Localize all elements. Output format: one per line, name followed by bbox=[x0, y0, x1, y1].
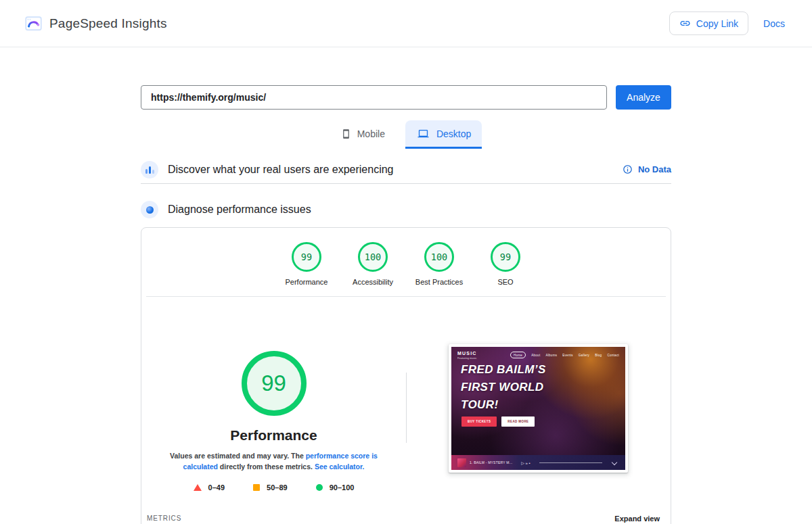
site-nav-events: Events bbox=[562, 354, 573, 357]
screenshot-column: MUSIC Featuring music Home About Albums … bbox=[406, 297, 671, 502]
lab-section: Diagnose performance issues bbox=[141, 195, 671, 224]
performance-gauge-value: 99 bbox=[261, 371, 286, 396]
score-label: Best Practices bbox=[415, 278, 463, 286]
score-legend: 0–49 50–89 90–100 bbox=[194, 483, 355, 492]
note-text-2: directly from these metrics. bbox=[218, 462, 315, 471]
score-seo[interactable]: 99 SEO bbox=[472, 242, 539, 286]
pagespeed-insights-app: PageSpeed Insights Copy Link Docs Analyz… bbox=[0, 0, 812, 524]
analyze-button[interactable]: Analyze bbox=[616, 85, 671, 110]
site-hero-heading: FRED BAILM’S FIRST WORLD TOUR! bbox=[461, 361, 546, 414]
site-screenshot-image: MUSIC Featuring music Home About Albums … bbox=[451, 347, 625, 470]
diagnose-icon bbox=[141, 201, 158, 218]
read-more-button: READ MORE bbox=[501, 416, 535, 427]
site-nav-gallery: Gallery bbox=[579, 354, 589, 357]
legend-average: 50–89 bbox=[253, 483, 288, 492]
score-accessibility[interactable]: 100 Accessibility bbox=[340, 242, 406, 286]
tab-desktop-label: Desktop bbox=[436, 128, 471, 139]
album-art bbox=[457, 458, 466, 467]
tab-desktop[interactable]: Desktop bbox=[405, 120, 482, 149]
chevron-down-icon bbox=[612, 460, 617, 465]
score-label: Accessibility bbox=[353, 278, 393, 286]
score-ring: 100 bbox=[424, 242, 454, 272]
site-nav-home: Home bbox=[510, 352, 526, 358]
site-nav: MUSIC Featuring music Home About Albums … bbox=[451, 347, 625, 360]
pass-circle-icon bbox=[316, 484, 323, 491]
player-controls: ▷ » • bbox=[521, 460, 530, 465]
score-value: 99 bbox=[500, 252, 511, 262]
main-content: Analyze Mobile Desktop Discover what you… bbox=[141, 85, 671, 524]
link-icon bbox=[679, 18, 691, 29]
score-label: Performance bbox=[286, 278, 328, 286]
legend-fail-range: 0–49 bbox=[208, 483, 225, 492]
legend-pass: 90–100 bbox=[316, 483, 355, 492]
home-brand[interactable]: PageSpeed Insights bbox=[24, 15, 167, 32]
column-divider bbox=[406, 373, 407, 443]
score-value: 99 bbox=[301, 252, 312, 262]
smartphone-icon bbox=[341, 128, 351, 140]
header-actions: Copy Link Docs bbox=[669, 11, 785, 35]
expand-view-button[interactable]: Expand view bbox=[549, 510, 667, 524]
score-value: 100 bbox=[431, 252, 447, 262]
site-nav-blog: Blog bbox=[595, 354, 602, 357]
performance-note: Values are estimated and may vary. The p… bbox=[156, 450, 392, 472]
tab-mobile[interactable]: Mobile bbox=[330, 120, 396, 149]
player-track-title: 1. BAILM - MYSTERY M... bbox=[470, 460, 512, 465]
site-nav-about: About bbox=[531, 354, 540, 357]
score-label: SEO bbox=[497, 278, 513, 286]
real-users-icon bbox=[141, 161, 158, 178]
url-input[interactable] bbox=[141, 85, 607, 110]
score-ring: 99 bbox=[292, 242, 321, 272]
score-ring: 99 bbox=[491, 242, 520, 272]
site-menu: Home About Albums Events Gallery Blog Co… bbox=[510, 350, 619, 358]
device-tabs: Mobile Desktop bbox=[141, 120, 671, 149]
site-brand: MUSIC bbox=[457, 350, 477, 356]
average-square-icon bbox=[253, 484, 260, 491]
buy-tickets-button: BUY TICKETS bbox=[461, 416, 497, 427]
analyze-form: Analyze bbox=[141, 85, 671, 110]
app-header: PageSpeed Insights Copy Link Docs bbox=[0, 0, 812, 47]
legend-pass-range: 90–100 bbox=[330, 483, 355, 492]
copy-link-button[interactable]: Copy Link bbox=[669, 11, 748, 35]
performance-gauge-column: 99 Performance Values are estimated and … bbox=[141, 297, 406, 502]
info-icon[interactable] bbox=[623, 164, 633, 174]
performance-gauge: 99 bbox=[242, 351, 307, 416]
page-screenshot: MUSIC Featuring music Home About Albums … bbox=[449, 344, 628, 473]
legend-average-range: 50–89 bbox=[267, 483, 288, 492]
pagespeed-logo-icon bbox=[24, 15, 43, 32]
site-hero-buttons: BUY TICKETS READ MORE bbox=[461, 416, 535, 427]
see-calculator-link[interactable]: See calculator. bbox=[315, 462, 365, 471]
metrics-label: METRICS bbox=[147, 515, 181, 522]
tab-mobile-label: Mobile bbox=[357, 128, 385, 139]
score-ring: 100 bbox=[358, 242, 388, 272]
site-tagline: Featuring music bbox=[457, 356, 477, 360]
card-footer: METRICS Expand view bbox=[141, 510, 671, 524]
docs-link[interactable]: Docs bbox=[763, 18, 785, 29]
score-performance[interactable]: 99 Performance bbox=[273, 242, 340, 286]
category-scores: 99 Performance 100 Accessibility 100 Bes… bbox=[141, 228, 671, 286]
copy-link-label: Copy Link bbox=[696, 18, 738, 29]
site-nav-contact: Contact bbox=[607, 354, 619, 357]
player-progress-bar bbox=[539, 462, 602, 463]
field-data-section: Discover what your real users are experi… bbox=[141, 156, 671, 184]
expand-view-label: Expand view bbox=[614, 515, 660, 523]
laptop-icon bbox=[416, 128, 430, 139]
site-nav-albums: Albums bbox=[545, 354, 557, 357]
app-title: PageSpeed Insights bbox=[49, 16, 167, 31]
report-card: 99 Performance 100 Accessibility 100 Bes… bbox=[141, 227, 671, 524]
no-data-label: No Data bbox=[638, 164, 671, 174]
metrics-header: METRICS bbox=[146, 510, 516, 524]
field-status: No Data bbox=[623, 164, 671, 174]
score-best-practices[interactable]: 100 Best Practices bbox=[406, 242, 472, 286]
score-value: 100 bbox=[365, 252, 381, 262]
fail-triangle-icon bbox=[194, 484, 202, 491]
lab-section-title: Diagnose performance issues bbox=[168, 204, 311, 216]
field-section-title: Discover what your real users are experi… bbox=[168, 164, 393, 176]
legend-fail: 0–49 bbox=[194, 483, 225, 492]
note-text-1: Values are estimated and may vary. The bbox=[170, 452, 306, 460]
site-music-player: 1. BAILM - MYSTERY M... ▷ » • bbox=[451, 455, 625, 470]
performance-columns: 99 Performance Values are estimated and … bbox=[141, 297, 671, 502]
performance-title: Performance bbox=[230, 427, 317, 444]
